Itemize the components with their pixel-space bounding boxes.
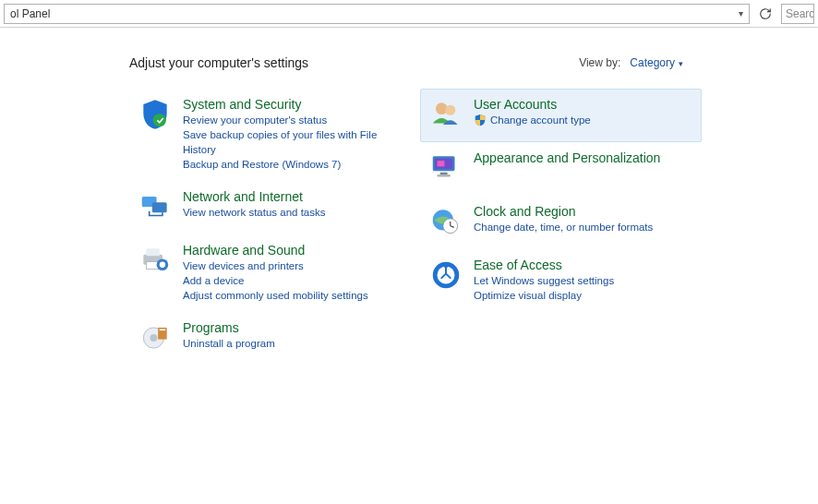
search-placeholder: Searc (786, 7, 814, 20)
category-title[interactable]: User Accounts (474, 96, 591, 113)
clock-globe-icon (427, 203, 464, 240)
svg-rect-4 (147, 248, 160, 256)
category-link[interactable]: View network status and tasks (183, 205, 325, 220)
category-title[interactable]: Hardware and Sound (183, 242, 368, 258)
category-title[interactable]: Clock and Region (474, 203, 653, 220)
page-title: Adjust your computer's settings (129, 55, 308, 70)
address-bar: ol Panel ▾ Searc (0, 0, 818, 28)
category-title[interactable]: Network and Internet (183, 188, 325, 205)
category-link[interactable]: Optimize visual display (474, 288, 614, 303)
network-icon (137, 188, 174, 225)
svg-rect-17 (438, 174, 451, 176)
category-title[interactable]: System and Security (183, 96, 403, 113)
svg-point-24 (444, 265, 448, 269)
category-link[interactable]: Backup and Restore (Windows 7) (183, 157, 403, 172)
categories: System and Security Review your computer… (129, 89, 702, 366)
content-area: Adjust your computer's settings View by:… (0, 28, 818, 366)
category-link[interactable]: Uninstall a program (183, 336, 275, 351)
category-link[interactable]: Add a device (183, 273, 368, 288)
svg-rect-16 (440, 173, 448, 174)
svg-rect-10 (160, 330, 165, 331)
path-text: ol Panel (10, 7, 50, 20)
view-by-label: View by: (579, 56, 620, 69)
users-icon (427, 96, 464, 133)
category-link[interactable]: Adjust commonly used mobility settings (183, 288, 368, 303)
chevron-down-icon[interactable]: ▾ (739, 8, 743, 18)
svg-point-8 (150, 334, 157, 342)
category-link[interactable]: Change date, time, or number formats (474, 220, 653, 234)
right-column: User Accounts Change account type (420, 89, 702, 366)
view-by: View by: Category▾ (579, 56, 683, 69)
shield-icon (137, 96, 174, 133)
category-link[interactable]: View devices and printers (183, 258, 368, 273)
category-title[interactable]: Ease of Access (474, 257, 614, 273)
category-network[interactable]: Network and Internet View network status… (129, 181, 411, 234)
monitor-icon (427, 150, 464, 186)
printer-icon (137, 242, 174, 279)
category-hardware[interactable]: Hardware and Sound View devices and prin… (129, 234, 411, 312)
category-user-accounts[interactable]: User Accounts Change account type (420, 89, 702, 142)
chevron-down-icon: ▾ (679, 59, 683, 68)
programs-icon (137, 319, 174, 356)
category-appearance[interactable]: Appearance and Personalization (420, 142, 702, 196)
category-link[interactable]: Review your computer's status (183, 113, 403, 127)
view-by-dropdown[interactable]: Category▾ (630, 56, 683, 69)
category-system-security[interactable]: System and Security Review your computer… (129, 89, 411, 181)
svg-point-0 (153, 114, 166, 126)
search-input[interactable]: Searc (781, 4, 814, 24)
uac-shield-icon (474, 114, 487, 126)
svg-rect-2 (152, 202, 167, 212)
svg-point-12 (445, 105, 455, 115)
header-row: Adjust your computer's settings View by:… (129, 55, 683, 70)
category-clock-region[interactable]: Clock and Region Change date, time, or n… (420, 196, 702, 249)
category-title[interactable]: Programs (183, 319, 275, 336)
category-title[interactable]: Appearance and Personalization (474, 150, 660, 166)
category-link-shield[interactable]: Change account type (474, 113, 591, 127)
category-link[interactable]: Save backup copies of your files with Fi… (183, 127, 403, 157)
category-ease-of-access[interactable]: Ease of Access Let Windows suggest setti… (420, 249, 702, 312)
ease-of-access-icon (427, 257, 464, 294)
svg-rect-15 (438, 161, 445, 166)
left-column: System and Security Review your computer… (129, 89, 411, 366)
path-field[interactable]: ol Panel ▾ (4, 4, 750, 24)
category-programs[interactable]: Programs Uninstall a program (129, 312, 411, 366)
category-link[interactable]: Let Windows suggest settings (474, 273, 614, 288)
refresh-icon[interactable] (755, 4, 776, 24)
